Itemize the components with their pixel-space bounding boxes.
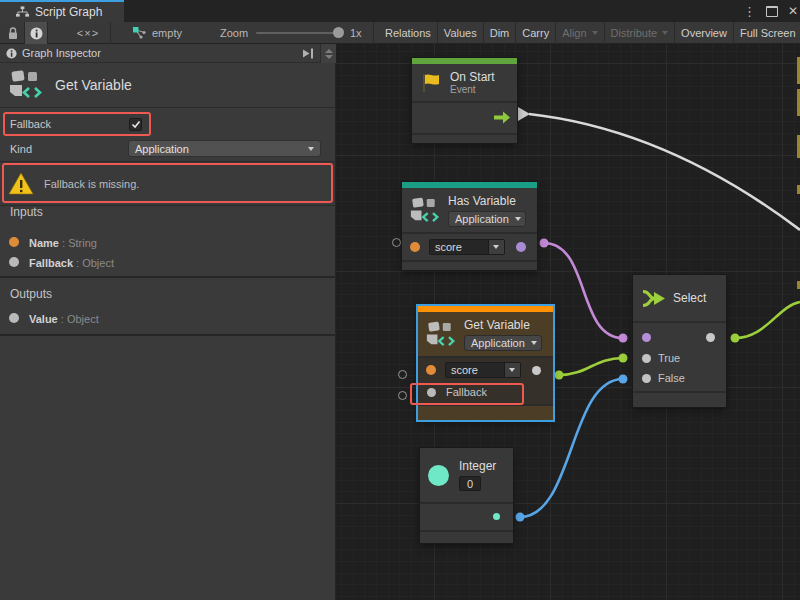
flag-icon [420,72,442,94]
dock-right-icon[interactable] [302,48,314,59]
node-on-start[interactable]: On Start Event [412,58,517,143]
free-port-circle[interactable] [398,370,407,379]
variable-name-field[interactable]: score [445,362,521,378]
condition-input-port[interactable] [642,333,651,342]
false-input-port[interactable] [642,374,651,383]
close-icon[interactable]: ✕ [788,4,798,18]
control-connector-triangle [518,107,530,121]
name-input-port[interactable] [426,365,436,375]
node-select[interactable]: Select True False [633,275,726,407]
chevron-down-icon [662,31,668,35]
kind-dropdown[interactable]: Application [464,335,542,351]
graph-toolbar: <×> empty Zoom 1x Relations Values Dim C… [0,22,800,44]
variables-icon [9,70,43,100]
fallback-option-label: Fallback [10,118,51,130]
checkmark-icon [131,120,141,129]
warning-row: Fallback is missing. [8,169,328,199]
code-toggle-icon[interactable]: <×> [68,22,108,44]
kind-dropdown[interactable]: Application [448,211,526,227]
true-port-label: True [658,352,680,364]
node-title: Get Variable [464,318,542,332]
zoom-label: Zoom [220,27,248,39]
tab-script-graph[interactable]: Script Graph [0,0,124,22]
info-icon [6,48,17,59]
kind-label: Kind [10,143,32,155]
scroll-down-icon[interactable] [325,55,333,59]
inspector-title: Graph Inspector [22,47,101,59]
full-screen-button[interactable]: Full Screen [734,22,800,44]
empty-graph-icon [133,27,147,39]
node-title: On Start [450,70,495,84]
node-title: Select [673,291,706,305]
node-has-variable[interactable]: Has Variable Application score [402,182,537,270]
variable-picker-button[interactable] [504,363,520,377]
tab-label: Script Graph [35,5,102,19]
variable-name-field[interactable]: score [429,239,505,255]
fallback-port-label: Fallback [446,386,487,398]
chevron-down-icon [531,341,537,345]
select-icon [641,288,666,309]
title-bar: Script Graph ⋮ ✕ [0,0,800,22]
overview-button[interactable]: Overview [675,22,734,44]
inputs-header: Inputs [10,205,43,219]
port-dot-orange [9,237,19,247]
breadcrumb-label: empty [152,27,182,39]
variable-picker-button[interactable] [488,240,504,254]
wire-control-on-start[interactable] [529,114,800,230]
maximize-icon[interactable] [766,6,778,17]
connection-wires[interactable] [336,44,800,600]
fallback-input-port[interactable] [427,388,436,397]
distribute-button[interactable]: Distribute [605,22,675,44]
output-port-value: Value : Object [9,308,99,328]
warning-text: Fallback is missing. [44,178,139,190]
align-button[interactable]: Align [556,22,604,44]
node-get-variable[interactable]: Get Variable Application score Fallback [418,306,553,420]
bool-output-port[interactable] [516,242,526,252]
chevron-down-icon [515,217,521,221]
node-subtitle: Event [450,84,495,95]
true-input-port[interactable] [642,354,651,363]
zoom-slider[interactable] [256,32,342,34]
inspector-scroll-arrows[interactable] [320,44,336,63]
dim-button[interactable]: Dim [484,22,517,44]
wire-has-variable-to-select[interactable] [544,243,623,338]
free-port-circle[interactable] [398,391,407,400]
toolbar-buttons: Relations Values Dim Carry Align Distrib… [379,22,800,44]
script-graph-window: Script Graph ⋮ ✕ <×> [0,0,800,600]
fallback-checkbox[interactable] [129,118,142,131]
variables-icon [426,321,456,348]
window-menu-icon[interactable]: ⋮ [743,4,756,19]
free-port-circle[interactable] [392,238,401,247]
graph-icon [16,6,29,18]
kind-dropdown[interactable]: Application [128,140,321,157]
integer-output-port[interactable] [493,513,500,520]
carry-button[interactable]: Carry [516,22,556,44]
chevron-down-icon [308,147,314,151]
kind-value: Application [135,143,189,155]
wire-get-variable-to-select-true[interactable] [559,358,623,375]
value-output-port[interactable] [532,366,541,375]
selection-output-port[interactable] [706,333,715,342]
relations-button[interactable]: Relations [379,22,438,44]
warning-icon [8,172,34,196]
lock-icon[interactable] [7,26,19,41]
integer-value-field[interactable]: 0 [459,476,481,491]
node-integer[interactable]: Integer 0 [420,448,513,543]
info-toggle-button[interactable] [24,22,48,44]
port-dot-gray [9,313,19,323]
name-input-port[interactable] [410,242,420,252]
values-button[interactable]: Values [438,22,484,44]
graph-canvas[interactable]: On Start Event [336,44,800,600]
graph-breadcrumb[interactable]: empty [133,22,182,44]
wire-select-output[interactable] [735,302,800,338]
input-port-fallback: Fallback : Object [9,252,114,272]
unit-summary: Get Variable [0,63,336,107]
variables-icon [410,197,440,224]
fallback-option-row: Fallback [10,112,51,136]
control-output-arrow-icon[interactable] [494,111,510,124]
zoom-slider-knob[interactable] [333,27,344,38]
zoom-value: 1x [350,27,362,39]
scroll-up-icon[interactable] [325,49,333,53]
graph-inspector-panel: Graph Inspector Get Variable Fallback [0,44,336,600]
kind-row: Kind [10,140,32,157]
